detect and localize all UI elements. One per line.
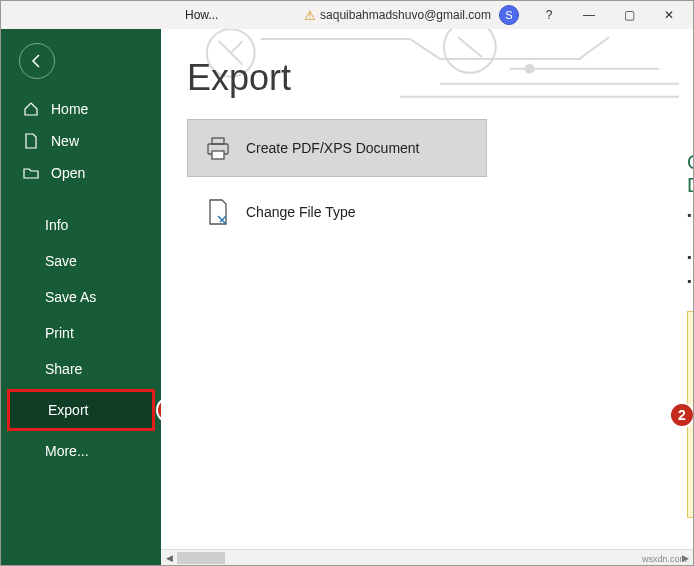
callout-badge-2: 2 — [669, 402, 693, 428]
sidebar-label: New — [51, 133, 79, 149]
home-icon — [23, 101, 39, 117]
accessibility-tip: 2 Create PDF/XPS We have recommendations… — [687, 311, 693, 518]
main-panel: Export Create PDF/XPS Document Change Fi… — [161, 29, 693, 565]
option-create-pdf-xps[interactable]: Create PDF/XPS Document — [187, 119, 487, 177]
svg-rect-4 — [212, 138, 224, 144]
warning-icon: ⚠ — [304, 8, 316, 23]
details-bullet: Preserves layout, formatting, fonts, and… — [687, 207, 693, 241]
backstage-sidebar: Home New Open Info Save Save As Print Sh… — [1, 29, 161, 565]
sidebar-item-saveas[interactable]: Save As — [1, 279, 161, 315]
option-label: Change File Type — [246, 204, 355, 220]
details-bullet: Free viewers are available — [687, 273, 693, 290]
svg-rect-5 — [212, 151, 224, 159]
open-icon — [23, 165, 39, 181]
details-heading: Create a PDF/XPS Document — [687, 151, 693, 197]
page-title: Export — [187, 57, 693, 99]
pdf-printer-icon — [204, 134, 232, 162]
back-button[interactable] — [19, 43, 55, 79]
help-button[interactable]: ? — [529, 1, 569, 29]
change-file-icon — [204, 198, 232, 226]
option-label: Create PDF/XPS Document — [246, 140, 420, 156]
decorative-circuit-icon — [161, 29, 693, 565]
export-options: Create PDF/XPS Document Change File Type — [187, 119, 693, 241]
maximize-button[interactable]: ▢ — [609, 1, 649, 29]
sidebar-item-open[interactable]: Open — [1, 157, 161, 189]
scroll-left-icon[interactable]: ◀ — [161, 553, 177, 563]
horizontal-scrollbar[interactable]: ◀ ▶ — [161, 549, 693, 565]
option-change-file-type[interactable]: Change File Type — [187, 183, 487, 241]
new-icon — [23, 133, 39, 149]
sidebar-item-export[interactable]: Export — [10, 392, 152, 428]
sidebar-item-print[interactable]: Print — [1, 315, 161, 351]
sidebar-item-info[interactable]: Info — [1, 207, 161, 243]
sidebar-label: Open — [51, 165, 85, 181]
sidebar-item-share[interactable]: Share — [1, 351, 161, 387]
minimize-button[interactable]: — — [569, 1, 609, 29]
close-button[interactable]: ✕ — [649, 1, 689, 29]
sidebar-item-more[interactable]: More... — [1, 433, 161, 469]
sidebar-item-home[interactable]: Home — [1, 93, 161, 125]
title-bar: How... ⚠ saquibahmadshuvo@gmail.com S ? … — [1, 1, 693, 29]
sidebar-item-save[interactable]: Save — [1, 243, 161, 279]
account-email[interactable]: saquibahmadshuvo@gmail.com — [320, 8, 491, 22]
account-avatar[interactable]: S — [499, 5, 519, 25]
scroll-thumb[interactable] — [177, 552, 225, 564]
details-bullet: Content can't be easily changed — [687, 249, 693, 266]
sidebar-item-export-highlight: Export 1 — [7, 389, 155, 431]
export-details: Create a PDF/XPS Document Preserves layo… — [687, 151, 693, 298]
sidebar-label: Home — [51, 101, 88, 117]
sidebar-item-new[interactable]: New — [1, 125, 161, 157]
arrow-left-icon — [29, 53, 45, 69]
document-name: How... — [185, 8, 218, 22]
scroll-track[interactable] — [177, 552, 677, 564]
watermark: wsxdn.com — [642, 554, 687, 564]
